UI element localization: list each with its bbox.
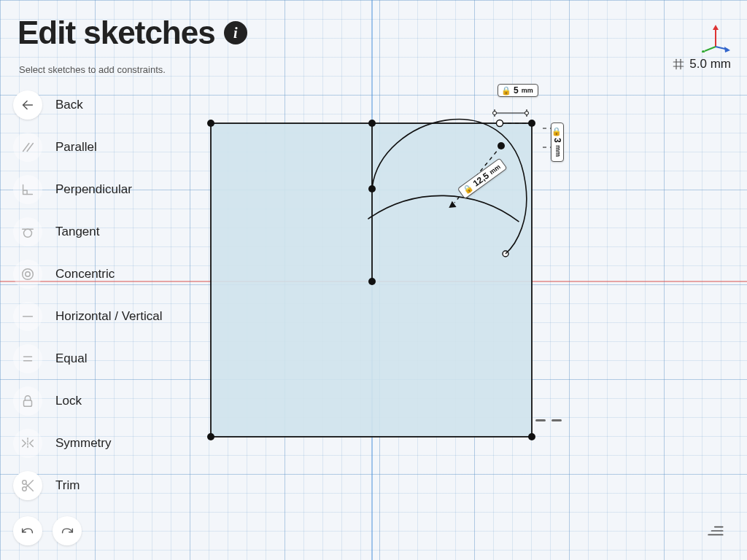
- trim-tool[interactable]: Trim: [13, 471, 162, 500]
- concentric-icon: [20, 266, 36, 282]
- menu-button[interactable]: [702, 516, 731, 545]
- concentric-constraint[interactable]: Concentric: [13, 260, 162, 289]
- parallel-constraint[interactable]: Parallel: [13, 133, 162, 162]
- svg-line-41: [705, 47, 716, 51]
- grid-snap-readout[interactable]: 5.0 mm: [672, 57, 731, 71]
- dimension-right[interactable]: 🔒 3 mm: [551, 122, 564, 162]
- page-subtitle: Select sketches to add constraints.: [19, 64, 166, 75]
- svg-point-29: [26, 272, 30, 276]
- dimension-unit: mm: [522, 87, 533, 94]
- lock-icon: 🔒: [553, 126, 562, 136]
- header: Edit sketches i: [18, 15, 247, 51]
- svg-marker-40: [713, 25, 719, 30]
- history-controls: [13, 516, 82, 545]
- scissors-icon: [20, 478, 36, 494]
- undo-button[interactable]: [13, 516, 42, 545]
- svg-point-28: [23, 269, 34, 280]
- back-button[interactable]: Back: [13, 90, 162, 120]
- redo-icon: [59, 523, 75, 539]
- tool-label: Horizontal / Vertical: [55, 309, 162, 324]
- parallel-icon: [20, 139, 36, 155]
- dimension-unit: mm: [488, 163, 502, 176]
- page-title: Edit sketches: [18, 15, 215, 51]
- svg-line-37: [26, 483, 33, 491]
- constraints-toolbar: Back Parallel Perpendicular Tangent Conc…: [13, 90, 162, 500]
- tool-label: Parallel: [55, 140, 97, 155]
- svg-rect-33: [24, 400, 32, 406]
- tool-label: Tangent: [55, 225, 100, 239]
- dimension-unit: mm: [554, 145, 562, 157]
- arrow-left-icon: [20, 97, 36, 113]
- redo-button[interactable]: [53, 516, 82, 545]
- tool-label: Equal: [55, 351, 87, 366]
- tool-label: Symmetry: [55, 436, 112, 451]
- svg-line-38: [26, 481, 33, 488]
- dimension-value: 5: [514, 85, 519, 96]
- equal-icon: [20, 351, 36, 367]
- horizontal-vertical-constraint[interactable]: Horizontal / Vertical: [13, 302, 162, 331]
- lock-icon: [20, 393, 36, 409]
- svg-point-42: [702, 50, 705, 52]
- grid-snap-value: 5.0 mm: [689, 57, 731, 71]
- dimension-top[interactable]: 🔒 5 mm: [498, 84, 538, 97]
- tangent-constraint[interactable]: Tangent: [13, 217, 162, 246]
- lock-icon: 🔒: [501, 86, 511, 96]
- scrub-indicator: [535, 419, 562, 421]
- tangent-icon: [20, 224, 36, 240]
- perpendicular-constraint[interactable]: Perpendicular: [13, 175, 162, 204]
- perpendicular-icon: [20, 182, 36, 198]
- lock-constraint[interactable]: Lock: [13, 386, 162, 416]
- tool-label: Trim: [55, 478, 80, 493]
- symmetry-icon: [20, 435, 36, 451]
- symmetry-constraint[interactable]: Symmetry: [13, 429, 162, 458]
- svg-point-26: [24, 229, 32, 237]
- grid-icon: [672, 58, 685, 71]
- tool-label: Concentric: [55, 267, 115, 281]
- dimension-value: 3: [552, 138, 562, 143]
- svg-marker-44: [724, 47, 730, 52]
- equal-constraint[interactable]: Equal: [13, 344, 162, 373]
- hv-icon: [20, 308, 36, 324]
- menu-icon: [707, 521, 726, 540]
- tool-label: Perpendicular: [55, 182, 132, 197]
- axis-gizmo[interactable]: [700, 22, 731, 52]
- tool-label: Back: [55, 98, 83, 112]
- info-button[interactable]: i: [224, 21, 247, 44]
- undo-icon: [20, 523, 36, 539]
- tool-label: Lock: [55, 394, 82, 408]
